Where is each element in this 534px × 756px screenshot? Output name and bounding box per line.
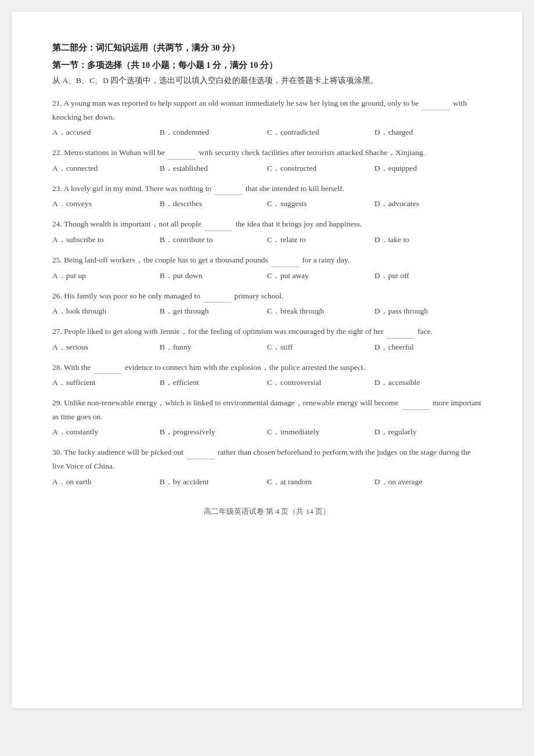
question-block: 21. A young man was reported to help sup… (52, 96, 482, 139)
option-c[interactable]: C．at random (267, 476, 374, 489)
option-b[interactable]: B．funny (160, 341, 267, 354)
options-row: A．seriousB．funnyC．stiffD．cheerful (52, 341, 482, 354)
option-d[interactable]: D．on average (374, 476, 482, 489)
question-number: 27. (52, 327, 64, 336)
answer-blank (168, 145, 196, 160)
question-number: 21. (52, 99, 64, 107)
options-row: A．conveysB．describesC．suggestsD．advocate… (52, 197, 482, 211)
footer-text: 高二年级英语试卷 第 4 页（共 14 页） (52, 505, 482, 518)
option-d[interactable]: D．cheerful (374, 341, 482, 354)
option-b[interactable]: B．describes (160, 197, 267, 211)
options-row: A．put upB．put downC．put awayD．put off (52, 269, 482, 283)
question-text: 24. Though wealth is important，not all p… (52, 217, 482, 231)
option-b[interactable]: B．condemned (160, 126, 267, 139)
option-b[interactable]: B．get through (160, 305, 267, 318)
question-block: 26. His family was poor so he only manag… (52, 289, 482, 319)
answer-blank (387, 324, 414, 339)
question-text: 21. A young man was reported to help sup… (52, 96, 482, 124)
option-c[interactable]: C．contradicted (267, 126, 374, 139)
question-text: 26. His family was poor so he only manag… (52, 289, 482, 303)
option-a[interactable]: A．put up (52, 269, 160, 283)
option-d[interactable]: D．regularly (374, 426, 482, 439)
options-row: A．on earthB．by accidentC．at randomD．on a… (52, 476, 482, 489)
question-block: 28. With the evidence to connect him wit… (52, 360, 482, 390)
option-a[interactable]: A．serious (52, 341, 160, 354)
options-row: A．subscribe toB．contribute toC．relate to… (52, 233, 482, 247)
option-a[interactable]: A．constantly (52, 426, 160, 439)
answer-blank (422, 96, 450, 110)
question-text: 30. The lucky audience will be picked ou… (52, 445, 482, 473)
options-row: A．constantlyB．progressivelyC．immediately… (52, 426, 482, 439)
answer-blank (187, 445, 215, 459)
question-block: 22. Metro stations in Wuhan will be with… (52, 145, 482, 175)
question-number: 26. (52, 291, 64, 300)
option-a[interactable]: A．on earth (52, 476, 160, 489)
question-text: 28. With the evidence to connect him wit… (52, 360, 482, 375)
section-title: 第二部分：词汇知识运用（共两节，满分 30 分） (52, 41, 482, 56)
question-text: 25. Being laid-off workers，the couple ha… (52, 253, 482, 267)
option-b[interactable]: B．contribute to (160, 233, 267, 247)
question-text: 27. People liked to get along with Jenni… (52, 324, 482, 339)
question-number: 30. (52, 448, 64, 456)
option-c[interactable]: C．constructed (267, 162, 374, 175)
question-block: 29. Unlike non-renewable energy，which is… (52, 395, 482, 439)
option-d[interactable]: D．put off (374, 269, 482, 283)
option-c[interactable]: C．relate to (267, 233, 374, 247)
answer-blank (204, 217, 232, 231)
options-row: A．look throughB．get throughC．break throu… (52, 305, 482, 318)
option-a[interactable]: A．subscribe to (52, 233, 160, 247)
question-number: 25. (52, 255, 64, 264)
option-c[interactable]: C．stiff (267, 341, 374, 354)
option-d[interactable]: D．charged (374, 126, 482, 139)
question-text: 23. A lovely girl in my mind. There was … (52, 181, 482, 196)
option-a[interactable]: A．look through (52, 305, 160, 318)
question-number: 23. (52, 184, 64, 193)
answer-blank (203, 289, 231, 303)
answer-blank (94, 360, 122, 375)
questions-container: 21. A young man was reported to help sup… (52, 96, 482, 489)
options-row: A．connectedB．establishedC．constructedD．e… (52, 162, 482, 175)
option-a[interactable]: A．conveys (52, 197, 160, 211)
instruction: 从 A、B、C、D 四个选项中，选出可以填入空白处的最佳选项，并在答题卡上将该项… (52, 74, 482, 88)
option-c[interactable]: C．put away (267, 269, 374, 283)
answer-blank (402, 395, 430, 410)
option-d[interactable]: D．pass through (374, 305, 482, 318)
option-a[interactable]: A．sufficient (52, 376, 160, 390)
option-b[interactable]: B．efficient (160, 376, 267, 390)
question-block: 23. A lovely girl in my mind. There was … (52, 181, 482, 211)
option-d[interactable]: D．take to (374, 233, 482, 247)
options-row: A．sufficientB．efficientC．controversialD．… (52, 376, 482, 390)
question-block: 24. Though wealth is important，not all p… (52, 217, 482, 247)
option-b[interactable]: B．progressively (160, 426, 267, 439)
question-number: 24. (52, 219, 64, 228)
question-block: 27. People liked to get along with Jenni… (52, 324, 482, 354)
sub-title: 第一节：多项选择（共 10 小题；每小题 1 分，满分 10 分） (52, 58, 482, 73)
exam-page: 第二部分：词汇知识运用（共两节，满分 30 分） 第一节：多项选择（共 10 小… (12, 12, 522, 708)
option-c[interactable]: C．controversial (267, 376, 374, 390)
question-number: 28. (52, 363, 64, 372)
question-block: 30. The lucky audience will be picked ou… (52, 445, 482, 488)
question-block: 25. Being laid-off workers，the couple ha… (52, 253, 482, 283)
option-b[interactable]: B．by accident (160, 476, 267, 489)
question-number: 29. (52, 398, 64, 407)
question-text: 22. Metro stations in Wuhan will be with… (52, 145, 482, 160)
option-c[interactable]: C．break through (267, 305, 374, 318)
option-b[interactable]: B．put down (160, 269, 267, 283)
option-d[interactable]: D．accessible (374, 376, 482, 390)
question-text: 29. Unlike non-renewable energy，which is… (52, 395, 482, 423)
options-row: A．accusedB．condemnedC．contradictedD．char… (52, 126, 482, 139)
option-b[interactable]: B．established (160, 162, 267, 175)
option-c[interactable]: C．suggests (267, 197, 374, 211)
option-a[interactable]: A．connected (52, 162, 160, 175)
option-d[interactable]: D．advocates (374, 197, 482, 211)
answer-blank (271, 253, 299, 267)
option-d[interactable]: D．equipped (374, 162, 482, 175)
answer-blank (215, 181, 243, 196)
option-a[interactable]: A．accused (52, 126, 160, 139)
option-c[interactable]: C．immediately (267, 426, 374, 439)
question-number: 22. (52, 148, 64, 157)
